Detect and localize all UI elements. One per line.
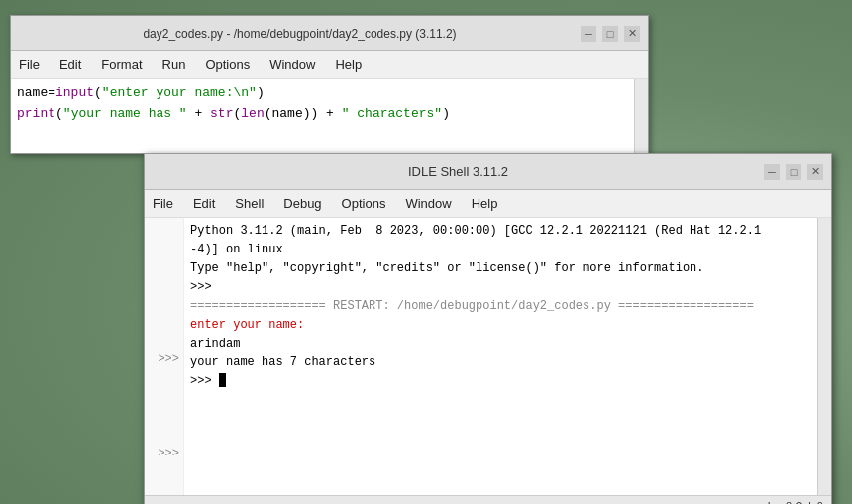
shell-scrollbar[interactable]: [817, 218, 831, 495]
editor-menu-window[interactable]: Window: [266, 55, 319, 74]
gutter-line-11: [145, 425, 183, 444]
shell-titlebar: IDLE Shell 3.11.2 ─ □ ✕: [145, 154, 831, 190]
gutter-line-10: [145, 406, 183, 425]
editor-titlebar: day2_codes.py - /home/debugpoint/day2_co…: [11, 16, 648, 51]
gutter-line-2: [145, 237, 183, 255]
gutter-line-9: [145, 387, 183, 406]
shell-minimize-button[interactable]: ─: [764, 164, 780, 180]
shell-line-restart: =================== RESTART: /home/debug…: [190, 297, 811, 316]
editor-content[interactable]: name=input("enter your name:\n") print("…: [11, 79, 648, 153]
shell-status-text: Ln: 8 Col: 0: [768, 500, 823, 505]
editor-menu-format[interactable]: Format: [97, 55, 146, 74]
gutter-prompt-1: >>>: [145, 350, 183, 368]
code-line-1: name=input("enter your name:\n"): [17, 83, 626, 104]
editor-menu-help[interactable]: Help: [331, 55, 366, 74]
editor-menu-file[interactable]: File: [15, 55, 44, 74]
shell-menu-edit[interactable]: Edit: [189, 194, 219, 213]
gutter-line-1: [145, 218, 183, 237]
editor-window-controls: ─ □ ✕: [581, 26, 640, 42]
shell-menu-shell[interactable]: Shell: [231, 194, 267, 213]
editor-menu-edit[interactable]: Edit: [55, 55, 85, 74]
shell-line-python-os: -4)] on linux: [190, 241, 811, 259]
shell-line-python-version: Python 3.11.2 (main, Feb 8 2023, 00:00:0…: [190, 222, 811, 241]
editor-menu-options[interactable]: Options: [201, 55, 254, 74]
gutter-line-6: [145, 312, 183, 331]
editor-code: name=input("enter your name:\n") print("…: [17, 83, 642, 125]
shell-window-controls: ─ □ ✕: [764, 164, 823, 180]
editor-minimize-button[interactable]: ─: [581, 26, 596, 42]
shell-menu-options[interactable]: Options: [338, 194, 390, 213]
shell-line-username: arindam: [190, 335, 811, 353]
code-line-2: print("your name has " + str(len(name)) …: [17, 104, 626, 125]
shell-menu-debug[interactable]: Debug: [279, 194, 325, 213]
editor-menubar: File Edit Format Run Options Window Help: [11, 51, 648, 79]
shell-output: Python 3.11.2 (main, Feb 8 2023, 00:00:0…: [190, 222, 811, 391]
shell-title: IDLE Shell 3.11.2: [153, 164, 764, 179]
editor-close-button[interactable]: ✕: [624, 26, 640, 42]
editor-maximize-button[interactable]: □: [602, 26, 618, 42]
gutter-line-7: [145, 331, 183, 350]
shell-line-help-hint: Type "help", "copyright", "credits" or "…: [190, 259, 811, 278]
editor-title: day2_codes.py - /home/debugpoint/day2_co…: [19, 27, 581, 41]
gutter-line-8: [145, 368, 183, 387]
gutter-line-4: [145, 274, 183, 293]
gutter-line-3: [145, 255, 183, 274]
shell-close-button[interactable]: ✕: [807, 164, 823, 180]
shell-maximize-button[interactable]: □: [786, 164, 801, 180]
shell-menu-window[interactable]: Window: [401, 194, 455, 213]
shell-menu-file[interactable]: File: [149, 194, 177, 213]
editor-scrollbar[interactable]: [634, 79, 648, 153]
shell-line-enter-name: enter your name:: [190, 316, 811, 335]
editor-menu-run[interactable]: Run: [159, 55, 190, 74]
shell-gutter: >>> >>>: [145, 218, 184, 495]
shell-line-prompt1: >>>: [190, 278, 811, 297]
shell-line-result: your name has 7 characters: [190, 353, 811, 372]
shell-menubar: File Edit Shell Debug Options Window Hel…: [145, 190, 831, 218]
editor-window: day2_codes.py - /home/debugpoint/day2_co…: [10, 15, 649, 154]
shell-body: >>> >>> Python 3.11.2 (main, Feb 8 2023,…: [145, 218, 831, 495]
shell-line-prompt2: >>>: [190, 372, 811, 391]
shell-menu-help[interactable]: Help: [468, 194, 502, 213]
shell-content[interactable]: Python 3.11.2 (main, Feb 8 2023, 00:00:0…: [184, 218, 817, 495]
shell-statusbar: Ln: 8 Col: 0: [145, 495, 831, 504]
shell-window: IDLE Shell 3.11.2 ─ □ ✕ File Edit Shell …: [144, 153, 832, 504]
gutter-line-5: [145, 293, 183, 312]
gutter-prompt-2: >>>: [145, 444, 183, 462]
